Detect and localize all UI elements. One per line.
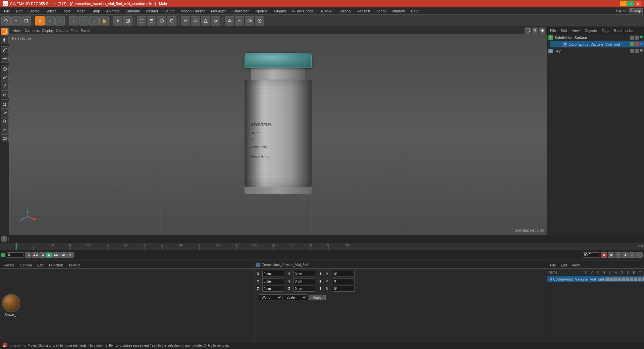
viewport-cameras-menu[interactable]: Cameras: [25, 29, 40, 33]
object-item-subdivision[interactable]: S Subdivision Surface: [547, 34, 644, 41]
timeline-options-button[interactable]: ☰: [1, 236, 7, 242]
y-axis-button[interactable]: Y: [79, 16, 89, 26]
menu-character[interactable]: Character: [230, 8, 251, 14]
move-tool[interactable]: [1, 36, 9, 44]
rob-ctrl-icon-1[interactable]: [605, 278, 609, 281]
scale-tool-button[interactable]: ⊛: [45, 16, 55, 26]
objects-file-menu[interactable]: File: [548, 28, 558, 33]
rob-ctrl-icon-5[interactable]: [622, 278, 625, 281]
subdiv-ctrl-1[interactable]: [630, 36, 634, 40]
help-button[interactable]: ?: [615, 252, 622, 258]
rob-ctrl-icon-7[interactable]: [630, 278, 633, 281]
effector-button[interactable]: [201, 16, 210, 26]
coord-scale-dropdown[interactable]: Scale Size: [284, 294, 307, 300]
grab-tool[interactable]: [1, 134, 9, 142]
coord-y-position[interactable]: [262, 278, 284, 284]
objects-bookmarks-menu[interactable]: Bookmarks: [612, 28, 634, 33]
record-button[interactable]: ⏺: [601, 252, 607, 258]
rob-ctrl-icon-2[interactable]: [609, 278, 613, 281]
apply-button[interactable]: Apply: [309, 295, 326, 300]
object-item-vial[interactable]: M Coronavirus_Vaccine_Vml_5ml: [550, 41, 644, 48]
menu-help[interactable]: Help: [408, 8, 421, 14]
x-axis-button[interactable]: X: [69, 16, 78, 26]
menu-corona[interactable]: Corona: [336, 8, 353, 14]
window-controls[interactable]: − □ ✕: [620, 1, 641, 6]
menu-file[interactable]: File: [1, 8, 13, 14]
coord-z-position[interactable]: [262, 286, 284, 292]
rob-file-menu[interactable]: File: [548, 263, 558, 267]
minimize-button[interactable]: −: [620, 1, 627, 6]
sky-ctrl-2[interactable]: [635, 49, 639, 53]
mat-create-menu[interactable]: Create: [1, 263, 16, 267]
menu-render[interactable]: Render: [144, 8, 161, 14]
menu-3dtoall[interactable]: 3DToAll: [317, 8, 335, 14]
subdiv-ctrl-2[interactable]: [635, 36, 639, 40]
object-item-sky[interactable]: S Sky: [547, 48, 644, 54]
menu-plugins[interactable]: Plugins: [271, 8, 288, 14]
rotate-tool-left[interactable]: [1, 46, 9, 54]
extrude-tool[interactable]: [1, 73, 9, 82]
next-frame-button[interactable]: ⏭: [60, 252, 67, 258]
rob-edit-menu[interactable]: Edit: [559, 263, 569, 267]
scale-tool-left[interactable]: [1, 55, 9, 63]
menu-select[interactable]: Select: [43, 8, 59, 14]
select-tool[interactable]: [1, 28, 9, 36]
objects-view-menu[interactable]: View: [570, 28, 582, 33]
play-forward-button[interactable]: ▶: [46, 252, 53, 258]
render-region-button[interactable]: [21, 16, 31, 26]
rob-ctrl-icon-3[interactable]: [613, 278, 617, 281]
keyframe-button[interactable]: ◆: [622, 252, 629, 258]
paint-tool[interactable]: [1, 109, 9, 117]
menu-animate[interactable]: Animate: [104, 8, 122, 14]
step-forward-button[interactable]: ▶▶: [53, 252, 60, 258]
objects-objects-menu[interactable]: Objects: [583, 28, 598, 33]
viewport-maximize-button[interactable]: ⛶: [525, 28, 531, 34]
floor-button[interactable]: [225, 16, 234, 26]
viewport-view-menu[interactable]: View: [11, 29, 23, 33]
timeline-ticks[interactable]: 0 5 10 15 20 25 30 35 40: [0, 243, 644, 250]
play-back-button[interactable]: ◀: [39, 252, 46, 258]
z-axis-button[interactable]: Z: [89, 16, 99, 26]
menu-redshift[interactable]: Redshift: [354, 8, 373, 14]
lock-button[interactable]: 🔒: [99, 16, 109, 26]
loop-button[interactable]: ↺: [67, 252, 74, 258]
coord-z-size[interactable]: [293, 286, 315, 292]
mat-texture-menu[interactable]: Texture: [66, 263, 83, 267]
render-settings-button[interactable]: [123, 16, 132, 26]
knife-tool[interactable]: [1, 82, 9, 90]
viewport-filter-menu[interactable]: Filter: [70, 29, 78, 33]
coord-y-size[interactable]: [293, 278, 315, 284]
menu-create[interactable]: Create: [26, 8, 42, 14]
vial-model[interactable]: oravirus aine lo amer only Store frozen: [245, 53, 312, 194]
smooth-tool[interactable]: [1, 126, 9, 134]
rob-ctrl-icon-6[interactable]: [626, 278, 629, 281]
sky-button[interactable]: [235, 16, 244, 26]
sky-ctrl-1[interactable]: [630, 49, 634, 53]
spline-tool[interactable]: [1, 90, 9, 98]
coord-x-position[interactable]: [262, 271, 284, 277]
deformer-button[interactable]: [191, 16, 200, 26]
menu-snap[interactable]: Snap: [89, 8, 103, 14]
rob-ctrl-icon-10[interactable]: [642, 278, 644, 281]
coord-h-rotation[interactable]: [333, 271, 355, 277]
coord-x-size[interactable]: [293, 271, 315, 277]
coord-p-rotation[interactable]: [333, 278, 355, 284]
objects-edit-menu[interactable]: Edit: [559, 28, 569, 33]
mat-edit-menu[interactable]: Edit: [35, 263, 46, 267]
undo-button[interactable]: [1, 16, 11, 26]
mat-corona-menu[interactable]: Corona: [18, 263, 34, 267]
menu-tools[interactable]: Tools: [59, 8, 73, 14]
rob-selected-item[interactable]: M Coronavirus_Vaccine_Vial_5ml: [547, 276, 644, 282]
end-frame-input[interactable]: [583, 252, 599, 258]
nurbs-button[interactable]: [181, 16, 190, 26]
edges-mode-button[interactable]: [147, 16, 156, 26]
magnet-tool[interactable]: [1, 117, 9, 126]
menu-pipeline[interactable]: Pipeline: [252, 8, 270, 14]
new-object-button[interactable]: +: [11, 16, 21, 26]
rotate-tool-button[interactable]: ↻: [55, 16, 65, 26]
menu-vray[interactable]: V-Ray Bridge: [289, 8, 317, 14]
viewport-display-menu[interactable]: Display: [42, 29, 54, 33]
render-button[interactable]: [113, 16, 122, 26]
objects-tags-menu[interactable]: Tags: [600, 28, 611, 33]
menu-window[interactable]: Window: [389, 8, 408, 14]
